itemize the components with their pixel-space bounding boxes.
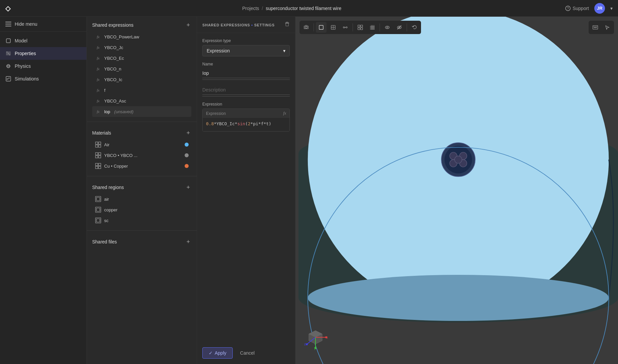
region-icon	[95, 196, 101, 202]
undo-button[interactable]	[409, 22, 420, 33]
trash-icon	[284, 21, 290, 27]
avatar-chevron[interactable]: ▾	[610, 6, 613, 11]
view-wire-button[interactable]	[328, 22, 339, 33]
region-item-air[interactable]: air	[92, 194, 191, 204]
material-grid-icon	[95, 152, 101, 159]
material-color-cu	[185, 164, 189, 168]
check-icon	[209, 350, 213, 356]
camera-button[interactable]	[301, 22, 312, 33]
svg-rect-4	[5, 26, 11, 26]
view-hide1-button[interactable]	[382, 22, 393, 33]
expr-ops: *pi*f*t)	[250, 121, 271, 126]
add-material-button[interactable]: +	[185, 129, 191, 137]
expr-label: YBCO_PowerLaw	[104, 34, 139, 39]
sidebar-item-properties[interactable]: Properties	[0, 47, 86, 60]
hide-menu-button[interactable]: Hide menu	[0, 17, 86, 32]
expr-item-ybco-n[interactable]: fx YBCO_n	[92, 63, 191, 74]
svg-rect-3	[5, 24, 11, 24]
expression-type-select[interactable]: Expression ▾	[202, 45, 290, 56]
expr-item-iop[interactable]: fx Iop (unsaved)	[92, 106, 191, 117]
apply-button[interactable]: Apply	[202, 347, 233, 359]
support-button[interactable]: ? Support	[565, 6, 589, 11]
expr-item-ybco-ec[interactable]: fx YBCO_Ec	[92, 53, 191, 63]
expr-item-ybco-powerlaw[interactable]: fx YBCO_PowerLaw	[92, 31, 191, 42]
material-item-ybco[interactable]: YBCO • YBCO ...	[92, 150, 191, 161]
expression-area: Expression fx 0.8*YBCO_Ic*sin(2*pi*f*t)	[202, 109, 290, 132]
keyboard-button[interactable]	[590, 22, 601, 33]
region-label: sc	[104, 218, 109, 223]
expr-num2: 2	[248, 121, 250, 126]
expr-item-f[interactable]: fx f	[92, 85, 191, 96]
fx-button[interactable]: fx	[283, 111, 286, 116]
add-file-button[interactable]: +	[185, 238, 191, 245]
svg-rect-33	[286, 22, 288, 23]
cursor-button[interactable]	[602, 22, 613, 33]
apply-label: Apply	[215, 350, 226, 356]
divider-1	[87, 122, 197, 122]
cancel-button[interactable]: Cancel	[236, 347, 259, 359]
expr-label: YBCO_Ec	[104, 56, 124, 61]
material-item-cu[interactable]: Cu • Copper	[92, 161, 191, 171]
svg-point-40	[343, 27, 345, 28]
shared-expressions-title: Shared expressions	[92, 22, 134, 28]
breadcrumb-projects[interactable]: Projects	[242, 6, 259, 11]
scene-svg	[295, 17, 618, 364]
expr-item-ybco-asc[interactable]: fx YBCO_Asc	[92, 96, 191, 106]
svg-rect-43	[358, 25, 360, 27]
topbar-right: ? Support JR ▾	[565, 3, 613, 14]
svg-rect-45	[358, 28, 360, 30]
model-label: Model	[15, 38, 27, 43]
fx-icon: fx	[95, 98, 101, 104]
expr-item-ybco-jc[interactable]: fx YBCO_Jc	[92, 42, 191, 53]
material-color-ybco	[185, 153, 189, 157]
expr-area-body[interactable]: 0.8*YBCO_Ic*sin(2*pi*f*t)	[203, 118, 289, 131]
fx-icon: fx	[95, 55, 101, 61]
material-grid-icon	[95, 141, 101, 148]
name-label: Name	[202, 62, 290, 66]
eye-off-icon	[397, 25, 402, 30]
region-item-sc[interactable]: sc	[92, 215, 191, 226]
shared-regions-title: Shared regions	[92, 185, 124, 190]
app-logo: ◇	[5, 4, 10, 12]
avatar[interactable]: JR	[594, 3, 605, 14]
divider-3	[87, 230, 197, 231]
breadcrumb-sep: /	[262, 6, 263, 11]
view-nodes-button[interactable]	[340, 22, 351, 33]
svg-point-76	[455, 156, 462, 163]
view-hide2-button[interactable]	[394, 22, 405, 33]
expr-label: Iop	[104, 109, 110, 114]
description-input[interactable]	[202, 85, 290, 95]
sidebar-item-physics[interactable]: Physics	[0, 60, 86, 72]
expr-label: YBCO_Jc	[104, 45, 123, 50]
name-input[interactable]	[202, 68, 290, 78]
view-grid-button[interactable]	[367, 22, 378, 33]
expr-text: *YBCO_Ic*	[214, 121, 237, 126]
material-grid-icon	[95, 163, 101, 169]
settings-title-text: SHARED EXPRESSIONS • SETTINGS	[202, 23, 275, 27]
viewport: x y z	[295, 17, 618, 364]
svg-rect-22	[98, 156, 101, 158]
action-row: Apply Cancel	[197, 347, 295, 364]
view-3d-button[interactable]	[355, 22, 366, 33]
viewport-toolbar	[299, 21, 421, 34]
breadcrumb: Projects / superconductor twisted filame…	[18, 6, 565, 11]
svg-rect-34	[285, 23, 289, 23]
settings-title: SHARED EXPRESSIONS • SETTINGS	[202, 22, 275, 27]
add-expression-button[interactable]: +	[185, 21, 191, 29]
camera-icon	[303, 25, 309, 30]
svg-rect-21	[95, 156, 98, 158]
expr-item-ybco-ic[interactable]: fx YBCO_Ic	[92, 74, 191, 85]
material-item-air[interactable]: Air	[92, 139, 191, 150]
toolbar-sep3	[380, 23, 380, 31]
sidebar-item-model[interactable]: Model	[0, 34, 86, 47]
svg-point-85	[306, 343, 308, 345]
menu-icon	[5, 22, 11, 26]
add-region-button[interactable]: +	[185, 184, 191, 191]
delete-button[interactable]	[284, 21, 290, 28]
svg-rect-46	[361, 28, 363, 30]
svg-rect-58	[593, 26, 598, 29]
view-solid-button[interactable]	[316, 22, 327, 33]
region-item-copper[interactable]: copper	[92, 204, 191, 215]
shared-regions-header: Shared regions +	[92, 184, 191, 191]
sidebar-item-simulations[interactable]: Simulations	[0, 72, 86, 85]
